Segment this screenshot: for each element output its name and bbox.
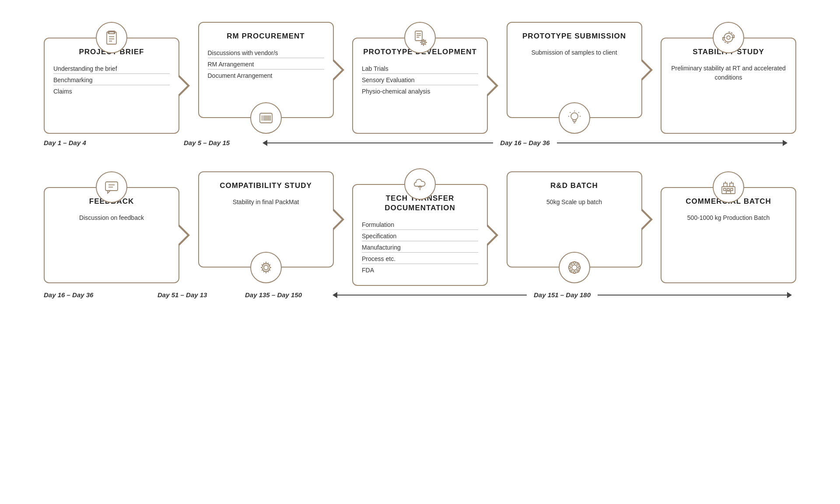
svg-point-52 [570, 270, 572, 272]
timeline-label-day16: Day 16 – Day 36 [493, 139, 556, 146]
svg-point-29 [571, 113, 578, 120]
list-item: Manufacturing [362, 243, 478, 253]
timeline-label-day151: Day 151 – Day 180 [527, 291, 598, 299]
timeline-line-r1b [557, 143, 783, 143]
timeline-label-day135: Day 135 – Day 150 [245, 291, 328, 299]
clipboard-icon [96, 22, 127, 53]
list-item: Claims [53, 87, 170, 96]
list-item: Lab Trials [362, 64, 478, 74]
svg-point-51 [577, 263, 579, 265]
barcode-icon [250, 102, 282, 134]
cloud-upload-icon [404, 168, 436, 200]
card-text-rd-batch: 50kg Scale up batch [516, 198, 633, 207]
card-items-tech-transfer: Formulation Specification Manufacturing … [362, 220, 478, 276]
svg-line-26 [421, 44, 422, 45]
svg-point-19 [421, 40, 426, 45]
list-item: FDA [362, 265, 478, 275]
card-title-rm-procurement: RM PROCUREMENT [208, 31, 324, 41]
card-text-commercial: 500-1000 kg Production Batch [670, 213, 787, 222]
list-item: Sensory Evaluation [362, 75, 478, 85]
factory-icon [713, 171, 744, 203]
timeline-line-r2 [337, 295, 527, 295]
card-unit-rm-procurement: RM PROCUREMENT Discussions with vendor/s… [198, 22, 334, 134]
svg-point-49 [578, 266, 580, 268]
svg-line-27 [425, 40, 426, 41]
svg-point-53 [577, 270, 579, 272]
list-item: Document Arrangement [208, 71, 324, 80]
svg-point-47 [573, 271, 575, 273]
arrow-right-r1 [783, 140, 788, 146]
svg-point-38 [727, 36, 730, 39]
card-text-compatibility: Stability in final PackMat [208, 198, 324, 207]
card-unit-project-brief: PROJECT BRIEF Understanding the brief Be… [44, 22, 179, 134]
svg-point-46 [573, 261, 575, 264]
svg-rect-61 [731, 188, 733, 191]
svg-line-25 [425, 44, 426, 45]
list-item: Discussions with vendor/s [208, 48, 324, 58]
card-title-rd-batch: R&D BATCH [516, 181, 633, 191]
list-item: RM Arrangement [208, 59, 324, 70]
svg-point-50 [570, 263, 572, 265]
list-item: Process etc. [362, 254, 478, 264]
card-text-stability: Preliminary stability at RT and accelera… [670, 64, 787, 82]
list-item: Benchmarking [53, 75, 170, 85]
timeline-label-day51: Day 51 – Day 13 [158, 291, 232, 299]
card-title-compatibility: COMPATIBILITY STUDY [208, 181, 324, 191]
row1-cards: PROJECT BRIEF Understanding the brief Be… [26, 13, 814, 134]
svg-line-33 [570, 112, 570, 113]
card-text-prototype-sub: Submission of samples to client [516, 48, 633, 57]
card-text-feedback: Discussion on feedback [53, 213, 170, 222]
row1-timeline: Day 1 – Day 4 Day 5 – Day 15 Day 16 – Da… [26, 134, 814, 155]
cog-circle-icon [559, 252, 590, 283]
timeline-line-r2b [598, 295, 787, 295]
svg-point-45 [572, 265, 577, 270]
card-unit-feedback: FEEDBACK Discussion on feedback [44, 171, 179, 283]
list-item: Physio-chemical analysis [362, 87, 478, 96]
svg-rect-39 [105, 182, 118, 191]
timeline-label-day5: Day 5 – Day 15 [184, 139, 254, 146]
timeline-label-day1: Day 1 – Day 4 [44, 139, 131, 146]
chat-icon [96, 171, 127, 203]
card-unit-stability: STABILITY STUDY Preliminary stability at… [661, 22, 796, 134]
svg-rect-55 [724, 183, 727, 187]
svg-rect-59 [724, 188, 726, 191]
lightbulb-icon [559, 102, 590, 134]
refresh-gear-icon [713, 22, 744, 53]
card-unit-commercial: COMMERCIAL BATCH 500-1000 kg Production … [661, 171, 796, 283]
list-item: Understanding the brief [53, 64, 170, 74]
row2-cards: FEEDBACK Discussion on feedback COMPATIB… [26, 168, 814, 286]
card-unit-prototype-sub: PROTOTYPE SUBMISSION Submission of sampl… [507, 22, 642, 134]
card-title-prototype-sub: PROTOTYPE SUBMISSION [516, 31, 633, 41]
svg-rect-60 [727, 188, 729, 191]
svg-line-34 [578, 112, 579, 113]
arrow-left-r1 [262, 140, 267, 146]
svg-line-24 [421, 40, 422, 41]
diagram-container: PROJECT BRIEF Understanding the brief Be… [0, 0, 840, 320]
svg-point-42 [264, 265, 268, 270]
card-unit-rd-batch: R&D BATCH 50kg Scale up batch [507, 171, 642, 283]
row-divider [26, 155, 814, 168]
card-unit-prototype-dev: PROTOTYPE DEVELOPMENT Lab Trials Sensory… [352, 22, 488, 134]
list-item: Formulation [362, 220, 478, 230]
card-unit-tech-transfer: TECH TRANSFER DOCUMENTATION Formulation … [352, 168, 488, 286]
timeline-line-r1 [267, 143, 493, 143]
svg-point-28 [423, 42, 425, 44]
svg-rect-62 [726, 191, 731, 194]
card-items-rm-procurement: Discussions with vendor/s RM Arrangement… [208, 48, 324, 82]
arrow-right-r2 [787, 292, 792, 298]
card-items-project-brief: Understanding the brief Benchmarking Cla… [53, 64, 170, 97]
gear-icon [250, 252, 282, 283]
card-items-prototype-dev: Lab Trials Sensory Evaluation Physio-che… [362, 64, 478, 97]
svg-rect-56 [730, 183, 733, 187]
timeline-label-day16-r2: Day 16 – Day 36 [44, 291, 131, 299]
document-gear-icon [404, 22, 436, 53]
arrow-left-r2 [332, 292, 337, 298]
card-unit-compatibility: COMPATIBILITY STUDY Stability in final P… [198, 171, 334, 283]
row2-timeline: Day 16 – Day 36 Day 51 – Day 13 Day 135 … [26, 286, 814, 307]
svg-point-48 [568, 266, 570, 268]
list-item: Specification [362, 231, 478, 241]
svg-rect-15 [415, 31, 422, 41]
